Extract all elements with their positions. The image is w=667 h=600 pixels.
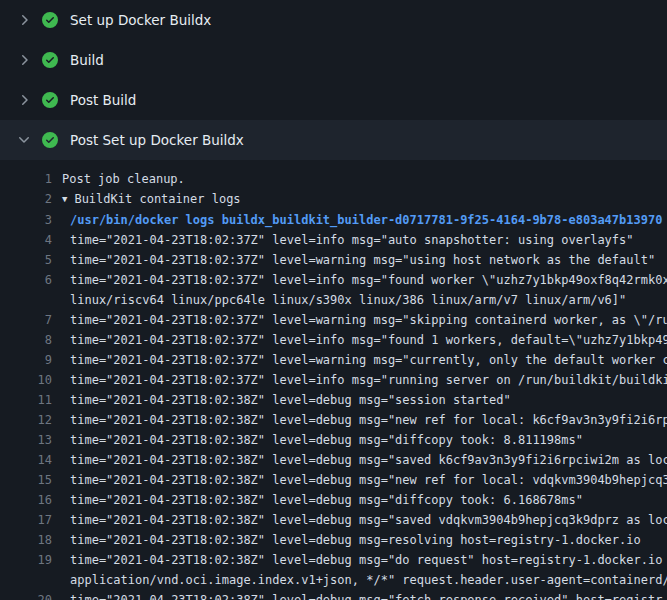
check-circle-icon xyxy=(42,92,58,108)
log-text: time="2021-04-23T18:02:37Z" level=warnin… xyxy=(52,350,667,370)
chevron-right-icon[interactable] xyxy=(16,92,32,108)
log-text: time="2021-04-23T18:02:37Z" level=info m… xyxy=(52,270,667,290)
log-line[interactable]: 9time="2021-04-23T18:02:37Z" level=warni… xyxy=(0,350,667,370)
log-text: Post job cleanup. xyxy=(52,169,667,189)
log-text: time="2021-04-23T18:02:38Z" level=debug … xyxy=(52,470,667,490)
log-text: linux/riscv64 linux/ppc64le linux/s390x … xyxy=(52,290,667,310)
log-line-continuation[interactable]: application/vnd.oci.image.index.v1+json,… xyxy=(0,570,667,590)
log-line[interactable]: 16time="2021-04-23T18:02:38Z" level=debu… xyxy=(0,490,667,510)
step-log-body: 1Post job cleanup.2▼BuildKit container l… xyxy=(0,160,667,600)
command-text: /usr/bin/docker logs buildx_buildkit_bui… xyxy=(52,210,667,230)
line-number[interactable]: 11 xyxy=(0,390,52,410)
log-line[interactable]: 1Post job cleanup. xyxy=(0,169,667,189)
log-text: time="2021-04-23T18:02:37Z" level=info m… xyxy=(52,330,667,350)
log-line[interactable]: 4time="2021-04-23T18:02:37Z" level=info … xyxy=(0,230,667,250)
step-label: Post Set up Docker Buildx xyxy=(70,130,244,150)
log-line[interactable]: 14time="2021-04-23T18:02:38Z" level=debu… xyxy=(0,450,667,470)
log-line[interactable]: 3/usr/bin/docker logs buildx_buildkit_bu… xyxy=(0,210,667,230)
log-text: time="2021-04-23T18:02:37Z" level=info m… xyxy=(52,370,667,390)
chevron-right-icon[interactable] xyxy=(16,12,32,28)
log-line[interactable]: 20time="2021-04-23T18:02:38Z" level=debu… xyxy=(0,590,667,600)
log-text: time="2021-04-23T18:02:38Z" level=debug … xyxy=(52,490,667,510)
log-text: ▼BuildKit container logs xyxy=(52,189,667,210)
log-line[interactable]: 18time="2021-04-23T18:02:38Z" level=debu… xyxy=(0,530,667,550)
line-number xyxy=(0,570,52,590)
log-line[interactable]: 11time="2021-04-23T18:02:38Z" level=debu… xyxy=(0,390,667,410)
log-text: time="2021-04-23T18:02:38Z" level=debug … xyxy=(52,430,667,450)
log-line-continuation[interactable]: linux/riscv64 linux/ppc64le linux/s390x … xyxy=(0,290,667,310)
check-circle-icon xyxy=(42,52,58,68)
check-circle-icon xyxy=(42,132,58,148)
log-line[interactable]: 6time="2021-04-23T18:02:37Z" level=info … xyxy=(0,270,667,290)
log-text: time="2021-04-23T18:02:37Z" level=warnin… xyxy=(52,310,667,330)
log-text: time="2021-04-23T18:02:37Z" level=info m… xyxy=(52,230,667,250)
line-number[interactable]: 12 xyxy=(0,410,52,430)
log-line[interactable]: 2▼BuildKit container logs xyxy=(0,189,667,210)
log-line[interactable]: 12time="2021-04-23T18:02:38Z" level=debu… xyxy=(0,410,667,430)
log-text: time="2021-04-23T18:02:38Z" level=debug … xyxy=(52,510,667,530)
line-number[interactable]: 10 xyxy=(0,370,52,390)
line-number[interactable]: 1 xyxy=(0,169,52,189)
line-number[interactable]: 7 xyxy=(0,310,52,330)
log-line[interactable]: 10time="2021-04-23T18:02:37Z" level=info… xyxy=(0,370,667,390)
log-line[interactable]: 15time="2021-04-23T18:02:38Z" level=debu… xyxy=(0,470,667,490)
log-text: time="2021-04-23T18:02:38Z" level=debug … xyxy=(52,450,667,470)
log-text: time="2021-04-23T18:02:37Z" level=warnin… xyxy=(52,250,667,270)
log-line[interactable]: 5time="2021-04-23T18:02:37Z" level=warni… xyxy=(0,250,667,270)
log-line[interactable]: 17time="2021-04-23T18:02:38Z" level=debu… xyxy=(0,510,667,530)
line-number[interactable]: 9 xyxy=(0,350,52,370)
line-number[interactable]: 20 xyxy=(0,590,52,600)
step-label: Set up Docker Buildx xyxy=(70,10,211,30)
log-text: time="2021-04-23T18:02:38Z" level=debug … xyxy=(52,530,667,550)
line-number[interactable]: 19 xyxy=(0,550,52,570)
group-toggle-icon[interactable]: ▼ xyxy=(62,189,67,209)
log-line[interactable]: 19time="2021-04-23T18:02:38Z" level=debu… xyxy=(0,550,667,570)
log-text: time="2021-04-23T18:02:38Z" level=debug … xyxy=(52,390,667,410)
workflow-steps-list: Set up Docker BuildxBuildPost BuildPost … xyxy=(0,0,667,600)
line-number[interactable]: 16 xyxy=(0,490,52,510)
line-number[interactable]: 17 xyxy=(0,510,52,530)
check-circle-icon xyxy=(42,12,58,28)
log-line[interactable]: 13time="2021-04-23T18:02:38Z" level=debu… xyxy=(0,430,667,450)
step-label: Post Build xyxy=(70,90,136,110)
log-line[interactable]: 8time="2021-04-23T18:02:37Z" level=info … xyxy=(0,330,667,350)
chevron-right-icon[interactable] xyxy=(16,52,32,68)
step-header-build[interactable]: Build xyxy=(0,40,667,80)
line-number[interactable]: 3 xyxy=(0,210,52,230)
step-header-set-up-docker-buildx[interactable]: Set up Docker Buildx xyxy=(0,0,667,40)
line-number[interactable]: 2 xyxy=(0,189,52,210)
log-text: application/vnd.oci.image.index.v1+json,… xyxy=(52,570,667,590)
step-header-post-set-up-docker-buildx[interactable]: Post Set up Docker Buildx xyxy=(0,120,667,160)
line-number[interactable]: 4 xyxy=(0,230,52,250)
line-number[interactable]: 14 xyxy=(0,450,52,470)
line-number[interactable]: 5 xyxy=(0,250,52,270)
chevron-down-icon[interactable] xyxy=(16,132,32,148)
line-number xyxy=(0,290,52,310)
log-text: time="2021-04-23T18:02:38Z" level=debug … xyxy=(52,590,667,600)
line-number[interactable]: 13 xyxy=(0,430,52,450)
log-line[interactable]: 7time="2021-04-23T18:02:37Z" level=warni… xyxy=(0,310,667,330)
log-text: time="2021-04-23T18:02:38Z" level=debug … xyxy=(52,550,667,570)
step-label: Build xyxy=(70,50,104,70)
line-number[interactable]: 18 xyxy=(0,530,52,550)
step-header-post-build[interactable]: Post Build xyxy=(0,80,667,120)
line-number[interactable]: 8 xyxy=(0,330,52,350)
line-number[interactable]: 15 xyxy=(0,470,52,490)
log-text: time="2021-04-23T18:02:38Z" level=debug … xyxy=(52,410,667,430)
line-number[interactable]: 6 xyxy=(0,270,52,290)
